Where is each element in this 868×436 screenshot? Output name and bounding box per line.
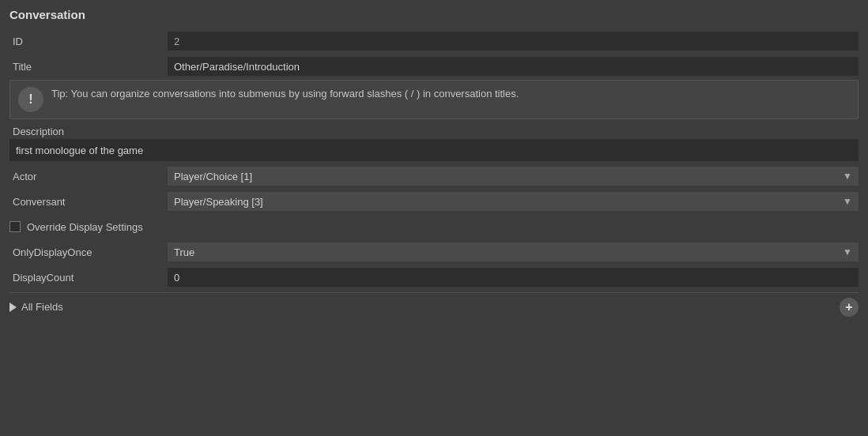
- all-fields-label[interactable]: All Fields: [9, 301, 840, 313]
- conversation-panel: Conversation ID 2 Title ! Tip: You can o…: [0, 0, 868, 325]
- title-row: Title: [9, 54, 859, 78]
- conversant-value: Player/Speaking [3]: [174, 196, 263, 208]
- description-row: Description: [9, 126, 859, 161]
- override-label[interactable]: Override Display Settings: [9, 221, 143, 233]
- conversant-dropdown[interactable]: Player/Speaking [3] ▼: [168, 192, 859, 211]
- id-label: ID: [9, 36, 168, 47]
- conversant-label: Conversant: [9, 196, 168, 208]
- actor-dropdown-arrow: ▼: [843, 171, 852, 182]
- section-title: Conversation: [9, 8, 859, 21]
- title-input[interactable]: [168, 57, 859, 76]
- all-fields-row: All Fields +: [9, 292, 859, 318]
- id-value: 2: [168, 32, 859, 51]
- actor-value: Player/Choice [1]: [174, 171, 252, 182]
- title-label: Title: [9, 61, 168, 73]
- actor-row: Actor Player/Choice [1] ▼: [9, 164, 859, 188]
- conversant-row: Conversant Player/Speaking [3] ▼: [9, 190, 859, 213]
- tip-box: ! Tip: You can organize conversations in…: [9, 80, 859, 119]
- conversant-dropdown-arrow: ▼: [843, 196, 852, 207]
- triangle-icon: [9, 303, 17, 312]
- actor-dropdown[interactable]: Player/Choice [1] ▼: [168, 167, 859, 186]
- add-field-button[interactable]: +: [840, 298, 859, 317]
- display-count-input[interactable]: [168, 268, 859, 287]
- tip-text: Tip: You can organize conversations into…: [51, 87, 850, 101]
- display-count-label: DisplayCount: [9, 272, 168, 284]
- description-input[interactable]: [9, 139, 859, 161]
- actor-label: Actor: [9, 171, 168, 182]
- description-label: Description: [9, 126, 859, 137]
- id-row: ID 2: [9, 29, 859, 53]
- only-display-once-dropdown[interactable]: True ▼: [168, 242, 859, 261]
- info-icon: !: [18, 87, 43, 112]
- display-count-row: DisplayCount: [9, 265, 859, 289]
- only-display-once-arrow: ▼: [843, 246, 852, 257]
- only-display-once-label: OnlyDisplayOnce: [9, 246, 168, 258]
- override-checkbox[interactable]: [9, 221, 21, 232]
- override-row: Override Display Settings: [9, 215, 859, 239]
- only-display-once-row: OnlyDisplayOnce True ▼: [9, 240, 859, 264]
- only-display-once-value: True: [174, 246, 194, 258]
